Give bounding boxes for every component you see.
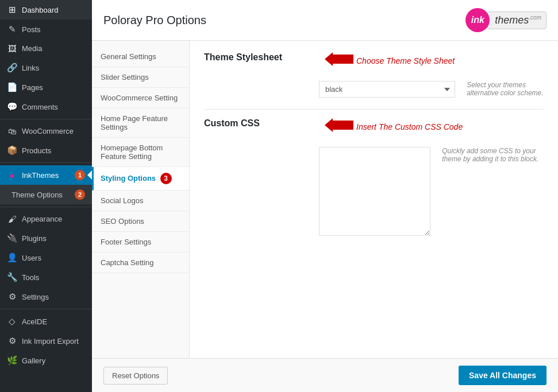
- sidebar-item-products[interactable]: 📦 Products: [0, 141, 92, 160]
- theme-stylesheet-label-col: Theme Stylesheet: [204, 52, 319, 65]
- sidebar-item-media[interactable]: 🖼 Media: [0, 39, 92, 58]
- sidebar-label: Users: [22, 254, 85, 262]
- nav-item-footer-settings[interactable]: Footer Settings: [92, 232, 189, 253]
- divider: [0, 309, 92, 309]
- theme-stylesheet-content: Choose Theme Style Sheet: [319, 52, 544, 69]
- logo-suffix: .com: [529, 14, 541, 21]
- save-button[interactable]: Save All Changes: [459, 366, 547, 385]
- nav-item-home-page-feature-settings[interactable]: Home Page Feature Settings: [92, 108, 189, 138]
- nav-item-captcha-setting[interactable]: Captcha Setting: [92, 253, 189, 273]
- theme-stylesheet-label: Theme Stylesheet: [204, 52, 319, 63]
- inkthemes-badge: 1: [75, 170, 85, 180]
- links-icon: 🔗: [7, 63, 17, 73]
- woocommerce-icon: 🛍: [7, 126, 17, 136]
- theme-stylesheet-select-row: black white blue red Select your themes …: [204, 81, 544, 98]
- sidebar-item-theme-options[interactable]: Theme Options 2: [0, 185, 92, 204]
- products-icon: 📦: [7, 145, 17, 156]
- logo-ink-text: ink: [471, 15, 484, 25]
- sidebar-item-aceide[interactable]: ◇ AceIDE: [0, 312, 92, 331]
- sidebar-item-gallery[interactable]: 🌿 Gallery: [0, 351, 92, 370]
- page-header: Poloray Pro Options ink themes.com: [92, 0, 558, 41]
- aceide-icon: ◇: [7, 316, 17, 327]
- page-footer: Reset Options Save All Changes: [92, 358, 558, 392]
- sidebar-label: Plugins: [22, 234, 85, 243]
- nav-item-seo-options[interactable]: SEO Options: [92, 211, 189, 232]
- sidebar: ⊞ Dashboard ✎ Posts 🖼 Media 🔗 Links 📄 Pa…: [0, 0, 92, 392]
- sidebar-label: AceIDE: [22, 317, 85, 326]
- theme-stylesheet-annotation-text: Choose Theme Style Sheet: [356, 56, 455, 65]
- sidebar-item-users[interactable]: 👤 Users: [0, 248, 92, 267]
- sidebar-label: Pages: [22, 83, 85, 92]
- custom-css-textarea-row: Quickly add some CSS to your theme by ad…: [204, 147, 544, 236]
- settings-icon: ⚙: [7, 292, 17, 302]
- tools-icon: 🔧: [7, 272, 17, 282]
- users-icon: 👤: [7, 253, 17, 263]
- nav-item-social-logos[interactable]: Social Logos: [92, 191, 189, 211]
- custom-css-hint: Quickly add some CSS to your theme by ad…: [442, 147, 548, 163]
- divider: [0, 162, 92, 163]
- logo-circle: ink: [465, 8, 490, 32]
- nav-item-woocommerce-setting[interactable]: WooCommerce Setting: [92, 88, 189, 108]
- textarea-content: Quickly add some CSS to your theme by ad…: [319, 147, 548, 236]
- sidebar-item-ink-import-export[interactable]: ⚙ Ink Import Export: [0, 331, 92, 351]
- sidebar-label: WooCommerce: [22, 127, 85, 135]
- sidebar-item-comments[interactable]: 💬 Comments: [0, 97, 92, 117]
- custom-css-annotation-text: Insert The Custom CSS Code: [356, 122, 463, 131]
- logo-themes-text: themes.com: [487, 11, 547, 29]
- sidebar-label: Ink Import Export: [22, 337, 85, 346]
- sidebar-item-pages[interactable]: 📄 Pages: [0, 77, 92, 97]
- styling-options-badge: 3: [160, 173, 172, 184]
- sidebar-item-woocommerce[interactable]: 🛍 WooCommerce: [0, 122, 92, 141]
- sidebar-label: Dashboard: [22, 6, 85, 14]
- appearance-icon: 🖌: [7, 214, 17, 224]
- sidebar-label: Gallery: [22, 356, 85, 365]
- custom-css-label: Custom CSS: [204, 118, 319, 129]
- theme-stylesheet-annotation: Choose Theme Style Sheet: [325, 52, 455, 69]
- sidebar-label: Settings: [22, 293, 85, 301]
- theme-options-badge: 2: [75, 189, 85, 200]
- page-title: Poloray Pro Options: [103, 14, 206, 27]
- svg-marker-0: [325, 52, 353, 66]
- plugins-icon: 🔌: [7, 233, 17, 243]
- comments-icon: 💬: [7, 102, 17, 112]
- sidebar-item-links[interactable]: 🔗 Links: [0, 58, 92, 77]
- sidebar-label: Theme Options: [11, 191, 70, 199]
- sidebar-label: Comments: [22, 103, 85, 111]
- sidebar-label: Posts: [22, 25, 85, 34]
- custom-css-annotation: Insert The Custom CSS Code: [325, 118, 463, 135]
- media-icon: 🖼: [7, 44, 17, 53]
- sidebar-label: Products: [22, 146, 85, 155]
- sidebar-label: Appearance: [22, 215, 85, 223]
- section-divider: [204, 109, 544, 110]
- theme-stylesheet-section: Theme Stylesheet Choose Theme Style Shee…: [204, 52, 544, 69]
- inkthemes-icon: ●: [7, 170, 17, 180]
- sidebar-item-tools[interactable]: 🔧 Tools: [0, 267, 92, 287]
- custom-css-content: Insert The Custom CSS Code: [319, 118, 544, 135]
- sidebar-item-appearance[interactable]: 🖌 Appearance: [0, 209, 92, 228]
- right-panel: Theme Stylesheet Choose Theme Style Shee…: [190, 41, 558, 358]
- sidebar-item-plugins[interactable]: 🔌 Plugins: [0, 228, 92, 248]
- custom-css-textarea[interactable]: [319, 147, 430, 236]
- sidebar-item-settings[interactable]: ⚙ Settings: [0, 287, 92, 306]
- reset-button[interactable]: Reset Options: [103, 367, 168, 385]
- main-content: Poloray Pro Options ink themes.com Gener…: [92, 0, 558, 392]
- nav-item-general-settings[interactable]: General Settings: [92, 46, 189, 67]
- sidebar-item-inkthemes[interactable]: ● InkThemes 1: [0, 165, 92, 185]
- ink-import-export-icon: ⚙: [7, 336, 17, 346]
- theme-stylesheet-select[interactable]: black white blue red: [319, 81, 455, 98]
- pages-icon: 📄: [7, 82, 17, 92]
- dashboard-icon: ⊞: [7, 5, 17, 15]
- select-content: black white blue red Select your themes …: [319, 81, 557, 98]
- nav-item-slider-settings[interactable]: Slider Settings: [92, 67, 189, 88]
- custom-css-label-col: Custom CSS: [204, 118, 319, 131]
- left-arrow-icon-2: [325, 118, 353, 135]
- nav-item-homepage-bottom-feature-setting[interactable]: Homepage Bottom Feature Setting: [92, 138, 189, 167]
- sidebar-item-posts[interactable]: ✎ Posts: [0, 20, 92, 39]
- content-area: General Settings Slider Settings WooComm…: [92, 41, 558, 358]
- sidebar-item-dashboard[interactable]: ⊞ Dashboard: [0, 0, 92, 20]
- left-nav: General Settings Slider Settings WooComm…: [92, 41, 190, 358]
- sidebar-label: Tools: [22, 273, 85, 282]
- divider: [0, 119, 92, 119]
- sidebar-label: Links: [22, 64, 85, 72]
- nav-item-styling-options[interactable]: Styling Options 3: [92, 167, 189, 191]
